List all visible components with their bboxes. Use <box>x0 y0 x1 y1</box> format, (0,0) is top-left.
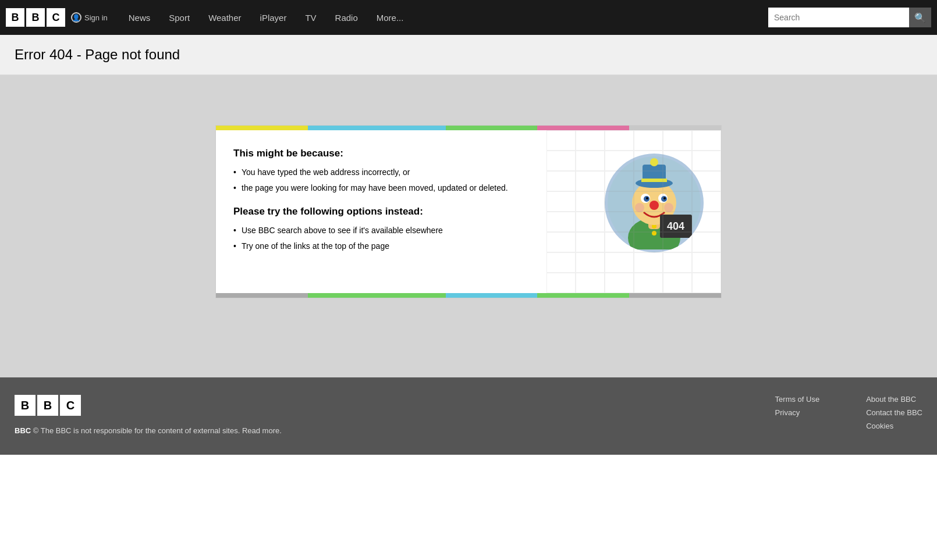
search-icon: 🔍 <box>914 12 926 23</box>
bbc-logo-c: C <box>47 8 65 27</box>
card-body: This might be because: You have typed th… <box>216 130 721 293</box>
grid-cell <box>692 232 721 252</box>
svg-point-15 <box>663 197 666 199</box>
svg-point-18 <box>664 203 673 212</box>
bar-seg-1 <box>216 126 262 130</box>
footer: B B C BBC © The BBC is not responsible f… <box>0 377 937 455</box>
grid-cell <box>663 273 692 293</box>
footer-cookies-link[interactable]: Cookies <box>866 422 922 430</box>
footer-logo-b1: B <box>15 395 36 416</box>
svg-point-16 <box>649 201 659 210</box>
bbc-logo[interactable]: B B C <box>6 8 65 27</box>
bot-bar-seg-11 <box>675 293 721 298</box>
grid-cell <box>634 273 663 293</box>
signin-label: Sign in <box>84 13 108 22</box>
grid-cell <box>663 130 692 151</box>
bot-bar-seg-5 <box>400 293 446 298</box>
bot-bar-seg-9 <box>583 293 629 298</box>
search-button[interactable]: 🔍 <box>909 8 931 27</box>
bar-seg-8 <box>537 126 583 130</box>
footer-terms-link[interactable]: Terms of Use <box>775 395 820 404</box>
footer-read-more-link[interactable]: Read more. <box>242 426 282 435</box>
svg-point-4 <box>652 231 656 236</box>
svg-rect-8 <box>641 179 667 182</box>
bot-bar-seg-7 <box>491 293 537 298</box>
card-bullet1: You have typed the web address incorrect… <box>233 166 593 179</box>
grid-cell <box>546 273 576 293</box>
svg-point-14 <box>646 197 648 199</box>
card-bullet2: the page you were looking for may have b… <box>233 182 593 194</box>
footer-privacy-link[interactable]: Privacy <box>775 408 820 417</box>
top-color-bar <box>216 126 721 130</box>
bar-seg-3 <box>308 126 354 130</box>
footer-copyright: BBC © The BBC is not responsible for the… <box>15 425 752 437</box>
svg-text:404: 404 <box>667 220 684 232</box>
sign-in-link[interactable]: 👤 Sign in <box>71 12 108 23</box>
grid-cell <box>663 252 692 273</box>
bar-seg-5 <box>400 126 446 130</box>
spacer <box>0 348 937 377</box>
nav-item-iplayer[interactable]: iPlayer <box>251 0 296 35</box>
footer-bbc-label: BBC <box>15 426 31 435</box>
bot-bar-seg-2 <box>262 293 308 298</box>
card-list1: You have typed the web address incorrect… <box>233 166 593 194</box>
nav-item-radio[interactable]: Radio <box>326 0 367 35</box>
card-bullet4: Try one of the links at the top of the p… <box>233 240 593 252</box>
grid-cell <box>634 130 663 151</box>
card-text: This might be because: You have typed th… <box>233 148 593 264</box>
clown-illustration: 404 <box>605 154 704 252</box>
bot-bar-seg-4 <box>354 293 400 298</box>
grid-cell <box>692 151 721 171</box>
card-list2: Use BBC search above to see if it's avai… <box>233 224 593 252</box>
main-content: This might be because: You have typed th… <box>0 75 937 348</box>
svg-point-17 <box>635 203 644 212</box>
error-heading-section: Error 404 - Page not found <box>0 35 937 75</box>
search-input[interactable] <box>768 8 909 27</box>
bbc-logo-b2: B <box>26 8 45 27</box>
footer-link-col-2: About the BBC Contact the BBC Cookies <box>866 395 922 430</box>
header: B B C 👤 Sign in News Sport Weather iPlay… <box>0 0 937 35</box>
grid-cell <box>576 273 605 293</box>
footer-copyright-text: © The BBC is not responsible for the con… <box>33 426 240 435</box>
nav-item-weather[interactable]: Weather <box>199 0 250 35</box>
footer-link-col-1: Terms of Use Privacy <box>775 395 820 417</box>
error-title: Error 404 - Page not found <box>15 47 922 63</box>
card-heading2: Please try the following options instead… <box>233 206 593 217</box>
search-bar: 🔍 <box>768 8 931 27</box>
grid-cell <box>692 252 721 273</box>
bar-seg-10 <box>629 126 675 130</box>
svg-point-9 <box>650 158 658 166</box>
card-bullet3: Use BBC search above to see if it's avai… <box>233 224 593 237</box>
bot-bar-seg-1 <box>216 293 262 298</box>
clown-svg: 404 <box>608 156 701 249</box>
bottom-color-bar <box>216 293 721 298</box>
footer-about-link[interactable]: About the BBC <box>866 395 922 404</box>
bot-bar-seg-8 <box>537 293 583 298</box>
bot-bar-seg-10 <box>629 293 675 298</box>
nav-item-news[interactable]: News <box>119 0 160 35</box>
footer-links: Terms of Use Privacy About the BBC Conta… <box>775 395 922 437</box>
grid-cell <box>605 252 634 273</box>
grid-cell <box>634 252 663 273</box>
person-icon: 👤 <box>71 12 81 23</box>
grid-cell <box>692 130 721 151</box>
footer-left: B B C BBC © The BBC is not responsible f… <box>15 395 752 437</box>
bbc-logo-b1: B <box>6 8 24 27</box>
nav-item-more[interactable]: More... <box>367 0 413 35</box>
footer-contact-link[interactable]: Contact the BBC <box>866 408 922 417</box>
footer-bbc-logo[interactable]: B B C <box>15 395 81 416</box>
bar-seg-9 <box>583 126 629 130</box>
grid-cell <box>692 273 721 293</box>
bar-seg-4 <box>354 126 400 130</box>
card-heading1: This might be because: <box>233 148 593 159</box>
footer-logo-c: C <box>60 395 81 416</box>
footer-logo-b2: B <box>37 395 58 416</box>
nav-item-sport[interactable]: Sport <box>159 0 199 35</box>
grid-cell <box>605 273 634 293</box>
bot-bar-seg-6 <box>446 293 492 298</box>
bar-seg-2 <box>262 126 308 130</box>
error-card: This might be because: You have typed th… <box>215 125 722 298</box>
main-nav: News Sport Weather iPlayer TV Radio More… <box>119 0 768 35</box>
bar-seg-7 <box>491 126 537 130</box>
nav-item-tv[interactable]: TV <box>296 0 325 35</box>
